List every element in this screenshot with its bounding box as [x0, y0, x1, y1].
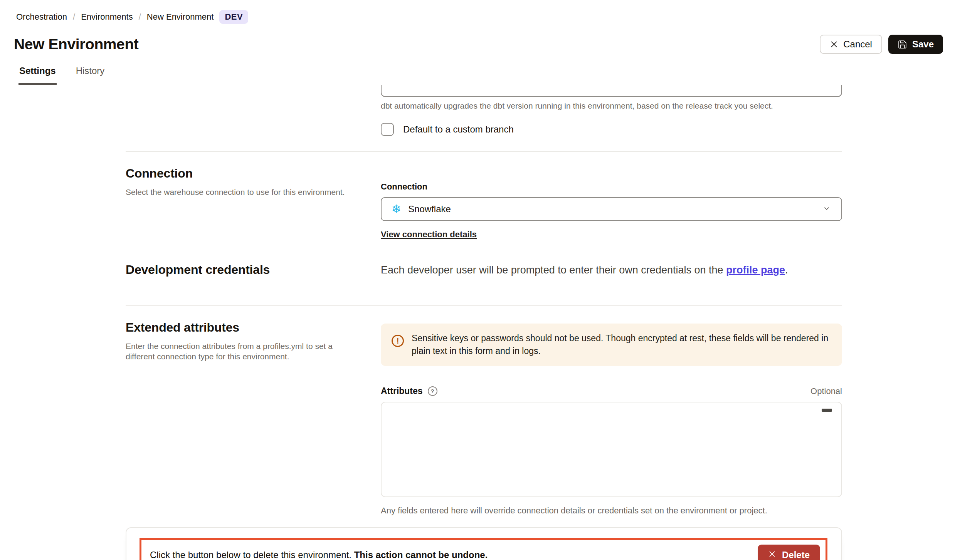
optional-label: Optional	[810, 386, 842, 396]
x-icon	[768, 550, 776, 560]
delete-button-label: Delete	[782, 550, 810, 560]
settings-form: dbt automatically upgrades the dbt versi…	[0, 85, 955, 560]
save-button[interactable]: Save	[888, 35, 943, 54]
connection-heading: Connection	[126, 166, 381, 181]
release-track-helper-text: dbt automatically upgrades the dbt versi…	[381, 101, 842, 111]
minus-icon[interactable]	[822, 409, 832, 412]
attributes-helper-text: Any fields entered here will override co…	[381, 506, 842, 516]
attributes-textarea[interactable]	[381, 402, 842, 497]
release-track-input[interactable]	[381, 85, 842, 97]
extended-attributes-section: Extended attributes Enter the connection…	[126, 306, 842, 516]
chevron-down-icon	[822, 204, 831, 215]
save-icon	[898, 40, 907, 49]
devcred-text-before: Each developer user will be prompted to …	[381, 264, 726, 276]
devcred-text-after: .	[785, 264, 788, 276]
extended-attributes-description: Enter the connection attributes from a p…	[126, 341, 357, 362]
connection-select[interactable]: ❄ Snowflake	[381, 197, 842, 221]
tab-history[interactable]: History	[75, 65, 106, 85]
cancel-button[interactable]: Cancel	[820, 35, 882, 54]
delete-button[interactable]: Delete	[758, 545, 820, 560]
delete-warning-text: Click the button below to delete this en…	[150, 550, 488, 560]
delete-warning-bold: This action cannot be undone.	[354, 550, 488, 560]
page-title: New Environment	[14, 36, 138, 53]
delete-warning-normal: Click the button below to delete this en…	[150, 550, 354, 560]
connection-field-label: Connection	[381, 182, 842, 192]
profile-page-link[interactable]: profile page	[726, 264, 785, 276]
x-icon	[830, 40, 838, 49]
attributes-label-row: Attributes ? Optional	[381, 386, 842, 396]
custom-branch-label: Default to a custom branch	[403, 124, 514, 135]
alert-circle-icon: !	[392, 335, 404, 347]
custom-branch-checkbox[interactable]	[381, 123, 394, 136]
cancel-button-label: Cancel	[843, 40, 872, 49]
breadcrumb-environments[interactable]: Environments	[81, 12, 133, 22]
view-connection-details-link[interactable]: View connection details	[381, 230, 477, 240]
development-credentials-heading: Development credentials	[126, 263, 381, 277]
sensitive-keys-warning-banner: ! Sensitive keys or passwords should not…	[381, 324, 842, 366]
connection-selected-value: Snowflake	[408, 204, 451, 215]
delete-highlight-box: Click the button below to delete this en…	[140, 538, 827, 560]
warning-text: Sensitive keys or passwords should not b…	[412, 332, 831, 357]
breadcrumb-orchestration[interactable]: Orchestration	[16, 12, 67, 22]
breadcrumb-separator: /	[73, 12, 75, 22]
tab-settings[interactable]: Settings	[18, 65, 57, 85]
connection-description: Select the warehouse connection to use f…	[126, 187, 357, 197]
env-dev-badge: DEV	[219, 10, 248, 24]
danger-zone-card: Click the button below to delete this en…	[126, 527, 842, 560]
custom-branch-row: Default to a custom branch	[381, 123, 842, 136]
extended-attributes-heading: Extended attributes	[126, 320, 381, 335]
page-header: Orchestration / Environments / New Envir…	[0, 0, 955, 85]
snowflake-icon: ❄	[392, 203, 401, 215]
attributes-field-label: Attributes	[381, 386, 423, 396]
save-button-label: Save	[912, 40, 934, 49]
development-credentials-text: Each developer user will be prompted to …	[381, 264, 842, 276]
help-icon[interactable]: ?	[428, 386, 437, 396]
connection-section: Connection Select the warehouse connecti…	[126, 152, 842, 240]
breadcrumb-separator: /	[139, 12, 141, 22]
breadcrumb-new-environment[interactable]: New Environment	[147, 12, 214, 22]
breadcrumb: Orchestration / Environments / New Envir…	[16, 10, 943, 24]
header-actions: Cancel Save	[820, 35, 943, 54]
development-credentials-section: Development credentials Each developer u…	[126, 263, 842, 290]
tab-bar: Settings History	[14, 65, 943, 85]
